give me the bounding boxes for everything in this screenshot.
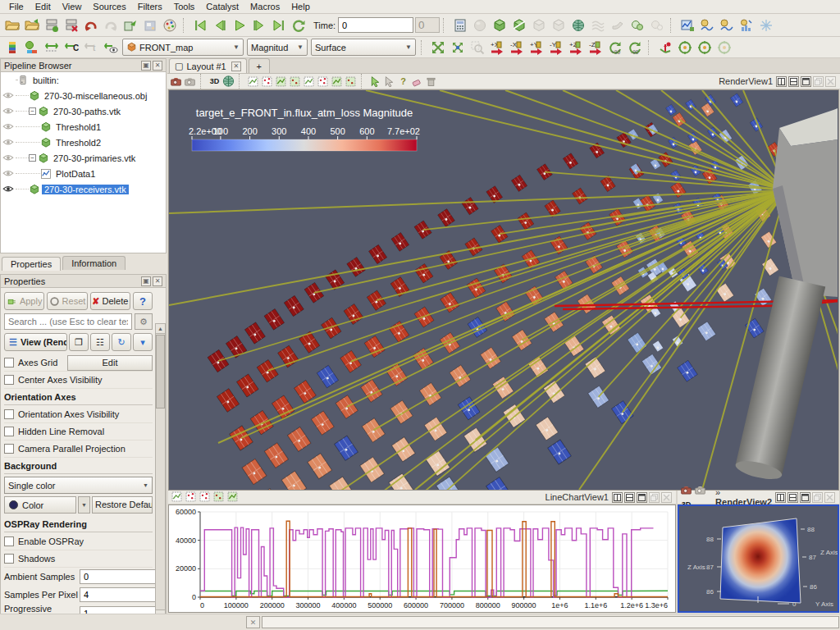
color-palette-button[interactable]	[160, 16, 180, 35]
edit-button[interactable]: Edit	[67, 355, 153, 371]
menu-help[interactable]: Help	[285, 1, 316, 12]
pipeline-item[interactable]: Threshold1	[1, 119, 166, 135]
copy-icon[interactable]: ❐	[69, 333, 89, 351]
restore-view-icon[interactable]	[812, 492, 823, 503]
selection-tool-icon[interactable]	[344, 75, 358, 88]
selection-tool-icon[interactable]	[260, 75, 274, 88]
pipeline-item[interactable]: 270-30-receivers.vtk	[1, 181, 166, 197]
selection-tool-icon[interactable]	[274, 75, 288, 88]
selection-tool-icon[interactable]	[246, 75, 260, 88]
render-view-1[interactable]: target_e_FRONT_in.flux_atm_loss Magnitud…	[168, 89, 839, 491]
render-view-2[interactable]: 88Z Axis87868887Z Axis860Y Axis	[678, 504, 839, 613]
save-screenshot-icon[interactable]	[169, 75, 183, 88]
slice-button[interactable]	[509, 16, 529, 35]
selection-tool-icon[interactable]	[316, 75, 330, 88]
disconnect-server-button[interactable]	[62, 16, 81, 35]
reset-button[interactable]: Reset	[47, 292, 87, 310]
split-v-view-icon[interactable]	[624, 492, 635, 503]
first-frame-button[interactable]	[190, 16, 210, 35]
pick-center-button[interactable]	[695, 38, 714, 57]
eye-icon[interactable]	[1, 121, 16, 133]
search-input[interactable]	[4, 313, 132, 330]
close-x-view-icon[interactable]	[824, 492, 835, 503]
paste-icon[interactable]: ☷	[90, 333, 110, 351]
save-icon[interactable]: ▾	[133, 333, 153, 351]
abort-icon[interactable]: ✕	[246, 616, 260, 628]
delete-button[interactable]: ✘Delete	[90, 292, 130, 310]
view-minusY-button[interactable]: -Y	[546, 38, 566, 57]
checkbox[interactable]	[4, 444, 14, 454]
checkbox[interactable]	[4, 536, 14, 546]
clip-button[interactable]	[490, 16, 509, 35]
color-dropdown-arrow[interactable]: ▼	[78, 496, 90, 514]
open-folder-button[interactable]	[2, 16, 22, 35]
background-select[interactable]: Single color▼	[4, 477, 153, 494]
zoom-to-data-button[interactable]	[448, 38, 468, 57]
menu-view[interactable]: View	[57, 1, 88, 12]
selection-tool-icon[interactable]	[302, 75, 316, 88]
gear-icon[interactable]: ⚙	[135, 313, 153, 330]
color-button[interactable]: Color	[4, 496, 76, 514]
expander-icon[interactable]: −	[29, 107, 36, 115]
warp-button[interactable]	[608, 16, 628, 35]
zoom-to-box-button[interactable]	[468, 38, 487, 57]
previous-frame-button[interactable]	[210, 16, 230, 35]
checkbox[interactable]	[4, 409, 14, 419]
view-generator-button[interactable]	[121, 16, 140, 35]
color-legend[interactable]: target_e_FRONT_in.flux_atm_loss Magnitud…	[189, 107, 420, 151]
pipeline-item[interactable]: PlotData1	[1, 166, 166, 181]
time-input[interactable]	[338, 17, 413, 33]
tab-layout-1[interactable]: ▢ Layout #1 ✕	[169, 58, 247, 73]
eye-icon[interactable]	[1, 137, 16, 148]
split-h-view-icon[interactable]	[775, 492, 786, 503]
menu-file[interactable]: File	[3, 1, 30, 12]
texture-axes-button[interactable]	[756, 16, 776, 35]
calculator-button[interactable]	[450, 16, 470, 35]
histogram-button[interactable]	[737, 16, 756, 35]
array-combo[interactable]: Magnitud▼	[247, 39, 308, 56]
menu-edit[interactable]: Edit	[30, 1, 57, 12]
view-plusZ-button[interactable]: +Z	[566, 38, 586, 57]
restore-view-icon[interactable]	[813, 76, 824, 87]
colormap-combo[interactable]: FRONT_map▼	[122, 39, 244, 56]
pipeline-item[interactable]: Threshold2	[1, 135, 166, 150]
chart-selection-icon[interactable]	[212, 490, 226, 503]
rotate-minus90-button[interactable]: -90	[625, 38, 645, 57]
show-center-axes-button[interactable]	[655, 38, 675, 57]
eye-icon[interactable]	[1, 153, 16, 164]
glyph-button[interactable]	[568, 16, 588, 35]
point-sphere-button[interactable]	[470, 16, 490, 35]
pointer-icon[interactable]	[368, 75, 382, 88]
samples-per-pixel-input[interactable]	[80, 587, 167, 602]
camera-gray-icon[interactable]	[693, 483, 707, 496]
checkbox[interactable]	[4, 358, 14, 368]
ambient-samples-input[interactable]	[80, 569, 167, 584]
colormap-bar-button[interactable]	[2, 38, 22, 57]
close-icon[interactable]: ✕	[153, 61, 162, 71]
chart-selection-icon[interactable]	[198, 490, 212, 503]
chart-selection-icon[interactable]	[226, 490, 240, 503]
help-button[interactable]: ?	[133, 292, 153, 310]
view-minusX-button[interactable]: -X	[507, 38, 527, 57]
menu-sources[interactable]: Sources	[87, 1, 131, 12]
capture-screenshot-button[interactable]	[140, 16, 160, 35]
checkbox[interactable]	[4, 375, 14, 385]
frame-spinbox[interactable]	[415, 17, 440, 33]
add-layout-tab[interactable]: +	[249, 58, 270, 73]
split-h-view-icon[interactable]	[612, 492, 623, 503]
split-h-view-icon[interactable]	[776, 76, 787, 87]
properties-vertical-scrollbar[interactable]: ▲▼	[155, 323, 166, 620]
plot-selection-button[interactable]	[697, 16, 717, 35]
close-icon[interactable]: ✕	[153, 276, 162, 286]
split-v-view-icon[interactable]	[788, 76, 799, 87]
reload-icon[interactable]: ↻	[112, 333, 131, 351]
last-frame-button[interactable]	[269, 16, 289, 35]
pointer-icon[interactable]	[382, 75, 396, 88]
pipeline-item[interactable]: −270-30-paths.vtk	[1, 103, 166, 119]
chart-selection-icon[interactable]	[170, 490, 184, 503]
plot-over-line-button[interactable]	[678, 16, 697, 35]
next-frame-button[interactable]	[249, 16, 269, 35]
group-datasets-button[interactable]	[628, 16, 647, 35]
menu-catalyst[interactable]: Catalyst	[200, 1, 244, 12]
checkbox[interactable]	[4, 554, 14, 564]
